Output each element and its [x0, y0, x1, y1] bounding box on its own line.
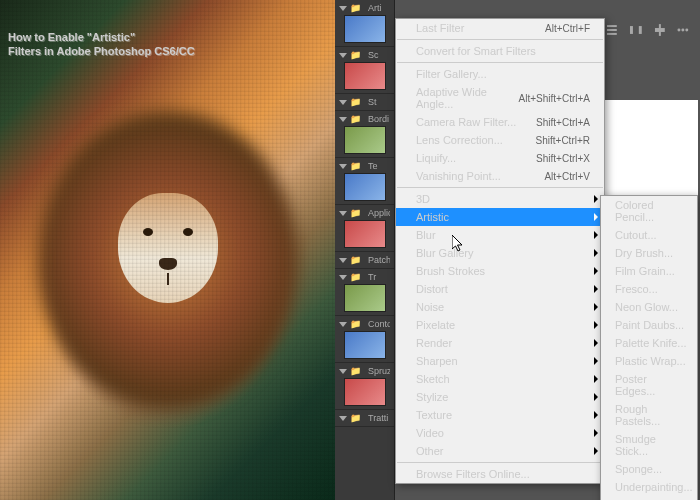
menu-category-stylize[interactable]: Stylize: [396, 388, 604, 406]
panel-folder-row[interactable]: 📁Applica te: [335, 207, 394, 219]
panel-label: Arti: [364, 3, 386, 13]
folder-glyph-icon: 📁: [350, 255, 361, 265]
submenu-item-dry-brush[interactable]: Dry Brush...: [601, 244, 697, 262]
submenu-item-watercolor[interactable]: Watercolor...: [601, 496, 697, 500]
menu-separator: [397, 187, 603, 188]
filter-thumbnail[interactable]: [344, 331, 386, 359]
menu-category-render[interactable]: Render: [396, 334, 604, 352]
folder-icon: [339, 211, 347, 216]
panel-folder-row[interactable]: 📁Tr: [335, 271, 394, 283]
filter-thumbnail[interactable]: [344, 220, 386, 248]
menu-label: Render: [416, 337, 452, 349]
filter-presets-panel[interactable]: 📁Arti📁Sc📁St📁Bordi brill📁Te📁Applica te📁Pa…: [335, 0, 395, 500]
menu-shortcut: Shift+Ctrl+X: [536, 153, 590, 164]
menu-browse-online[interactable]: Browse Filters Online...: [396, 465, 604, 483]
submenu-item-film-grain[interactable]: Film Grain...: [601, 262, 697, 280]
menu-category-distort[interactable]: Distort: [396, 280, 604, 298]
menu-label: Vanishing Point...: [416, 170, 501, 182]
panel-label: Tratti ad: [364, 413, 390, 423]
panel-folder-row[interactable]: 📁Tratti ad: [335, 412, 394, 424]
menu-icon[interactable]: [676, 23, 690, 37]
menu-label: Video: [416, 427, 444, 439]
svg-rect-1: [607, 29, 617, 31]
submenu-item-colored-pencil[interactable]: Colored Pencil...: [601, 196, 697, 226]
submenu-item-neon-glow[interactable]: Neon Glow...: [601, 298, 697, 316]
menu-label: Paint Daubs...: [615, 319, 684, 331]
submenu-item-paint-daubs[interactable]: Paint Daubs...: [601, 316, 697, 334]
menu-label: Liquify...: [416, 152, 456, 164]
submenu-item-palette-knife[interactable]: Palette Knife...: [601, 334, 697, 352]
folder-icon: [339, 369, 347, 374]
folder-glyph-icon: 📁: [350, 413, 361, 423]
filter-thumbnail[interactable]: [344, 173, 386, 201]
submenu-item-poster-edges[interactable]: Poster Edges...: [601, 370, 697, 400]
panel-folder-row[interactable]: 📁Spruzz: [335, 365, 394, 377]
panel-folder-row[interactable]: 📁Bordi brill: [335, 113, 394, 125]
submenu-item-rough-pastels[interactable]: Rough Pastels...: [601, 400, 697, 430]
menu-category-sketch[interactable]: Sketch: [396, 370, 604, 388]
filter-thumbnail[interactable]: [344, 62, 386, 90]
filter-thumbnail[interactable]: [344, 126, 386, 154]
menu-category-video[interactable]: Video: [396, 424, 604, 442]
menu-vanishing-point[interactable]: Vanishing Point... Alt+Ctrl+V: [396, 167, 604, 185]
submenu-item-smudge-stick[interactable]: Smudge Stick...: [601, 430, 697, 460]
svg-point-9: [686, 29, 689, 32]
panel-folder-row[interactable]: 📁Arti: [335, 2, 394, 14]
panel-folder-row[interactable]: 📁Contorni ac: [335, 318, 394, 330]
folder-glyph-icon: 📁: [350, 50, 361, 60]
menu-liquify[interactable]: Liquify... Shift+Ctrl+X: [396, 149, 604, 167]
folder-icon: [339, 164, 347, 169]
menu-category-noise[interactable]: Noise: [396, 298, 604, 316]
menu-shortcut: Alt+Ctrl+F: [545, 23, 590, 34]
menu-category-other[interactable]: Other: [396, 442, 604, 460]
menu-lens-correction[interactable]: Lens Correction... Shift+Ctrl+R: [396, 131, 604, 149]
menu-adaptive-wide-angle[interactable]: Adaptive Wide Angle... Alt+Shift+Ctrl+A: [396, 83, 604, 113]
svg-point-7: [678, 29, 681, 32]
menu-category-3d[interactable]: 3D: [396, 190, 604, 208]
submenu-item-plastic-wrap[interactable]: Plastic Wrap...: [601, 352, 697, 370]
menu-category-artistic[interactable]: Artistic: [396, 208, 604, 226]
submenu-item-sponge[interactable]: Sponge...: [601, 460, 697, 478]
panel-folder-row[interactable]: 📁Sc: [335, 49, 394, 61]
folder-icon: [339, 100, 347, 105]
document-canvas[interactable]: How to Enable "Artistic" Filters in Adob…: [0, 0, 335, 500]
submenu-item-underpainting[interactable]: Underpainting...: [601, 478, 697, 496]
submenu-item-fresco[interactable]: Fresco...: [601, 280, 697, 298]
filter-thumbnail[interactable]: [344, 15, 386, 43]
menu-filter-gallery[interactable]: Filter Gallery...: [396, 65, 604, 83]
align-icon[interactable]: [605, 23, 619, 37]
menu-category-blur-gallery[interactable]: Blur Gallery: [396, 244, 604, 262]
menu-category-blur[interactable]: Blur: [396, 226, 604, 244]
folder-icon: [339, 416, 347, 421]
overlay-line2: Filters in Adobe Photoshop CS6/CC: [8, 44, 195, 58]
menu-label: Other: [416, 445, 444, 457]
menu-camera-raw[interactable]: Camera Raw Filter... Shift+Ctrl+A: [396, 113, 604, 131]
panel-folder-row[interactable]: 📁St: [335, 96, 394, 108]
menu-category-pixelate[interactable]: Pixelate: [396, 316, 604, 334]
menu-label: Pixelate: [416, 319, 455, 331]
panel-label: Patch: [364, 255, 390, 265]
panel-folder-row[interactable]: 📁Patch: [335, 254, 394, 266]
menu-shortcut: Shift+Ctrl+R: [536, 135, 590, 146]
align-center-icon[interactable]: [653, 23, 667, 37]
filter-thumbnail[interactable]: [344, 284, 386, 312]
filter-thumbnail[interactable]: [344, 378, 386, 406]
menu-category-texture[interactable]: Texture: [396, 406, 604, 424]
svg-rect-2: [607, 33, 617, 35]
distribute-icon[interactable]: [629, 23, 643, 37]
panel-label: St: [364, 97, 381, 107]
menu-label: Sketch: [416, 373, 450, 385]
menu-last-filter[interactable]: Last Filter Alt+Ctrl+F: [396, 19, 604, 37]
menu-label: Camera Raw Filter...: [416, 116, 516, 128]
svg-rect-6: [654, 28, 664, 32]
folder-icon: [339, 53, 347, 58]
preview-panel: [600, 100, 698, 195]
panel-folder-row[interactable]: 📁Te: [335, 160, 394, 172]
menu-category-brush-strokes[interactable]: Brush Strokes: [396, 262, 604, 280]
menu-label: Texture: [416, 409, 452, 421]
menu-category-sharpen[interactable]: Sharpen: [396, 352, 604, 370]
submenu-item-cutout[interactable]: Cutout...: [601, 226, 697, 244]
menu-convert-smart[interactable]: Convert for Smart Filters: [396, 42, 604, 60]
menu-label: Rough Pastels...: [615, 403, 689, 427]
menu-label: Convert for Smart Filters: [416, 45, 536, 57]
